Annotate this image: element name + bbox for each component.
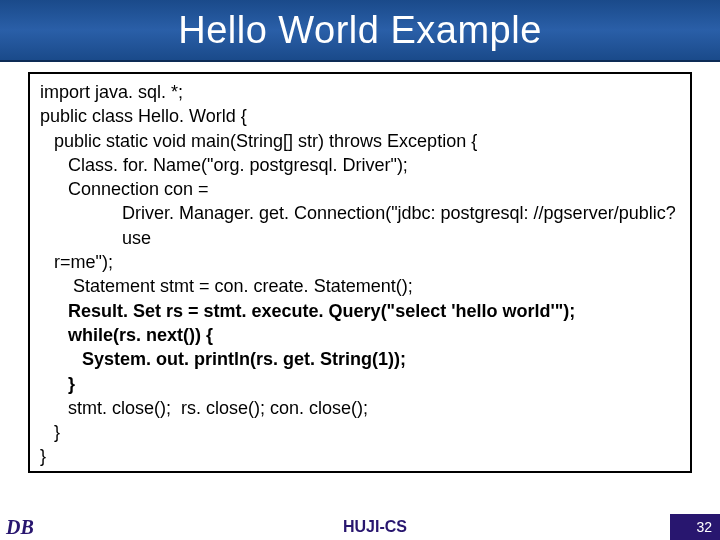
code-line: Statement stmt = con. create. Statement(… xyxy=(40,274,680,298)
code-line: r=me"); xyxy=(40,250,680,274)
code-line: } xyxy=(40,420,680,444)
code-block: import java. sql. *; public class Hello.… xyxy=(28,72,692,473)
code-line: System. out. println(rs. get. String(1))… xyxy=(40,347,680,371)
code-line: while(rs. next()) { xyxy=(40,323,680,347)
footer-left-label: DB xyxy=(0,516,80,539)
code-line: import java. sql. *; xyxy=(40,80,680,104)
page-number: 32 xyxy=(670,514,720,540)
slide-footer: DB HUJI-CS 32 xyxy=(0,514,720,540)
code-line: Connection con = xyxy=(40,177,680,201)
code-line: Driver. Manager. get. Connection("jdbc: … xyxy=(40,201,680,250)
code-line: } xyxy=(40,444,680,468)
code-line: public static void main(String[] str) th… xyxy=(40,129,680,153)
code-line: Result. Set rs = stmt. execute. Query("s… xyxy=(40,299,680,323)
footer-center-label: HUJI-CS xyxy=(80,518,670,536)
slide-header: Hello World Example xyxy=(0,0,720,62)
code-line: stmt. close(); rs. close(); con. close()… xyxy=(40,396,680,420)
slide-title: Hello World Example xyxy=(178,9,542,52)
code-line: } xyxy=(40,372,680,396)
code-line: Class. for. Name("org. postgresql. Drive… xyxy=(40,153,680,177)
code-line: public class Hello. World { xyxy=(40,104,680,128)
